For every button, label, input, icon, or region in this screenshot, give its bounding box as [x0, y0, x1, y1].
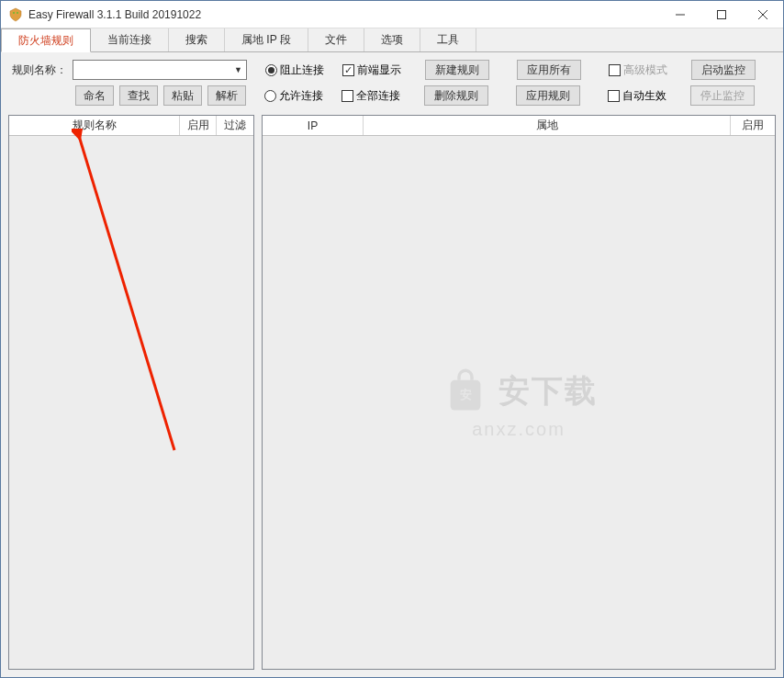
window-title: Easy Firewall 3.1.1 Build 20191022	[28, 8, 659, 21]
tab-file[interactable]: 文件	[308, 28, 364, 51]
close-button[interactable]	[742, 1, 783, 28]
radio-block-connection[interactable]: 阻止连接	[265, 62, 324, 78]
check-label: 高级模式	[623, 62, 667, 78]
check-auto-effect[interactable]: 自动生效	[608, 88, 666, 104]
check-all-connections[interactable]: 全部连接	[342, 88, 400, 104]
toolbar: 规则名称： ▼ 阻止连接 前端显示 新建规则 应用所有 高级模式	[1, 52, 783, 109]
watermark-brand: 安下载	[498, 370, 598, 412]
col-enable[interactable]: 启用	[731, 116, 775, 135]
watermark: 安 安下载 anxz.com	[440, 366, 598, 440]
parse-button[interactable]: 解析	[207, 85, 246, 106]
start-monitor-button[interactable]: 启动监控	[691, 60, 756, 80]
checkbox-icon	[608, 90, 620, 102]
check-label: 前端显示	[357, 62, 401, 78]
rule-name-combo[interactable]: ▼	[73, 60, 247, 80]
col-enable[interactable]: 启用	[180, 116, 217, 135]
delete-rule-button[interactable]: 删除规则	[424, 85, 488, 106]
check-advanced-mode[interactable]: 高级模式	[609, 62, 667, 78]
new-rule-button[interactable]: 新建规则	[425, 60, 489, 80]
svg-point-1	[17, 12, 18, 14]
close-icon	[758, 10, 767, 19]
col-rule-name[interactable]: 规则名称	[9, 116, 180, 135]
minimize-button[interactable]	[659, 1, 700, 28]
radio-icon	[264, 90, 276, 102]
check-front-display[interactable]: 前端显示	[342, 62, 401, 78]
tab-label: 搜索	[185, 32, 207, 48]
col-location[interactable]: 属地	[364, 116, 731, 135]
stop-monitor-button[interactable]: 停止监控	[690, 85, 755, 106]
rules-panel: 规则名称 启用 过滤	[8, 115, 254, 670]
tab-label: 工具	[437, 32, 459, 48]
check-label: 全部连接	[356, 88, 400, 104]
radio-label: 阻止连接	[280, 62, 324, 78]
tab-options[interactable]: 选项	[364, 28, 420, 51]
toolbar-row-1: 规则名称： ▼ 阻止连接 前端显示 新建规则 应用所有 高级模式	[12, 60, 772, 80]
radio-label: 允许连接	[279, 88, 323, 104]
rule-name-label: 规则名称：	[12, 62, 67, 78]
checkbox-icon	[609, 64, 621, 76]
tab-label: 选项	[381, 32, 403, 48]
tab-current-connections[interactable]: 当前连接	[91, 28, 169, 51]
apply-rule-button[interactable]: 应用规则	[516, 85, 580, 106]
tab-label: 当前连接	[107, 32, 151, 48]
svg-text:安: 安	[460, 388, 472, 401]
toolbar-row-2: 命名 查找 粘贴 解析 允许连接 全部连接 删除规则 应用规则 自动生效	[12, 85, 772, 106]
check-label: 自动生效	[622, 88, 666, 104]
paste-button[interactable]: 粘贴	[163, 85, 202, 106]
svg-point-0	[13, 12, 15, 14]
minimize-icon	[676, 10, 685, 19]
col-ip[interactable]: IP	[263, 116, 364, 135]
rules-grid-header: 规则名称 启用 过滤	[9, 116, 253, 136]
watermark-url: anxz.com	[440, 419, 598, 440]
checkbox-icon	[342, 64, 354, 76]
find-button[interactable]: 查找	[119, 85, 158, 106]
col-filter[interactable]: 过滤	[217, 116, 253, 135]
chevron-down-icon: ▼	[234, 65, 242, 74]
ip-panel: IP 属地 启用 安 安下载 anxz.com	[262, 115, 776, 670]
maximize-button[interactable]	[700, 1, 742, 28]
checkbox-icon	[342, 90, 353, 102]
rules-grid-body[interactable]	[9, 136, 253, 669]
tab-search[interactable]: 搜索	[169, 28, 225, 51]
bag-icon: 安	[440, 366, 491, 417]
content-area: 规则名称 启用 过滤 IP 属地 启用 安	[1, 109, 783, 677]
apply-all-button[interactable]: 应用所有	[517, 60, 581, 80]
svg-rect-3	[717, 10, 725, 18]
rename-button[interactable]: 命名	[75, 85, 114, 106]
tab-label: 文件	[325, 32, 347, 48]
tab-firewall-rules[interactable]: 防火墙规则	[1, 28, 91, 52]
radio-icon	[265, 64, 277, 76]
tab-bar: 防火墙规则 当前连接 搜索 属地 IP 段 文件 选项 工具	[1, 28, 783, 52]
radio-allow-connection[interactable]: 允许连接	[264, 88, 323, 104]
tab-location-ip[interactable]: 属地 IP 段	[225, 28, 308, 51]
ip-grid-body[interactable]: 安 安下载 anxz.com	[263, 136, 775, 669]
window-controls	[659, 1, 783, 28]
maximize-icon	[717, 10, 726, 19]
ip-grid-header: IP 属地 启用	[263, 116, 775, 136]
tab-label: 防火墙规则	[18, 33, 73, 49]
app-window: Easy Firewall 3.1.1 Build 20191022 防火墙规则…	[0, 0, 784, 678]
tab-label: 属地 IP 段	[241, 32, 291, 48]
titlebar: Easy Firewall 3.1.1 Build 20191022	[1, 1, 783, 28]
tab-tools[interactable]: 工具	[420, 28, 476, 51]
app-icon	[8, 7, 23, 22]
